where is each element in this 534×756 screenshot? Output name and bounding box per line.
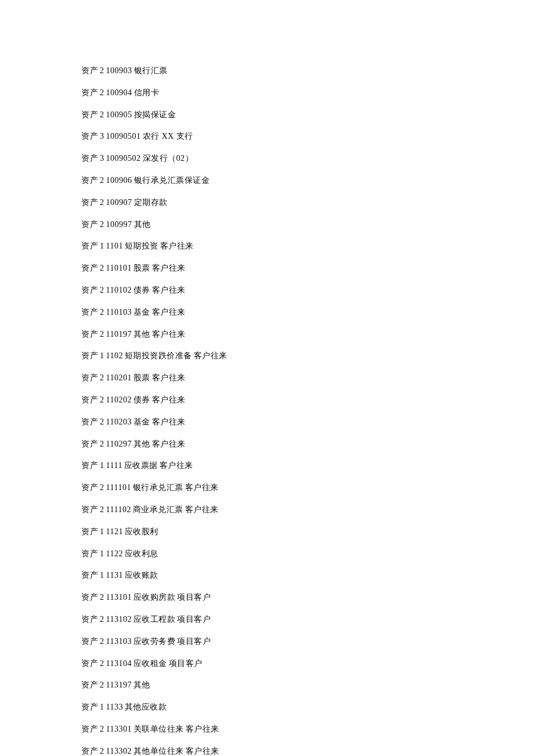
- account-extra: 客户往来: [186, 747, 219, 755]
- level: 2: [100, 725, 104, 733]
- account-name: 银行承兑汇票: [133, 483, 183, 492]
- account-line: 资产2110101股票客户往来: [81, 264, 453, 272]
- account-line: 资产2100907定期存款: [81, 199, 453, 207]
- account-line: 资产2113301关联单位往来客户往来: [81, 725, 453, 733]
- category: 资产: [81, 351, 98, 360]
- category: 资产: [81, 154, 98, 163]
- level: 2: [100, 308, 104, 316]
- account-name: 深发行（02）: [143, 154, 194, 163]
- account-line: 资产11102短期投资跌价准备客户往来: [81, 352, 453, 360]
- account-name: 其他: [134, 440, 150, 448]
- account-code: 113103: [106, 637, 132, 646]
- category: 资产: [81, 659, 98, 668]
- level: 1: [100, 703, 104, 711]
- level: 2: [100, 66, 104, 75]
- account-code: 111102: [106, 505, 131, 514]
- account-name: 其他单位往来: [134, 747, 184, 755]
- account-name: 短期投资: [125, 242, 158, 250]
- account-name: 其他: [134, 220, 151, 229]
- account-extra: 客户往来: [152, 308, 186, 316]
- account-extra: 客户往来: [152, 264, 186, 272]
- category: 资产: [81, 242, 98, 250]
- level: 1: [100, 571, 104, 579]
- account-code: 110197: [106, 330, 132, 339]
- level: 2: [100, 88, 104, 97]
- level: 2: [100, 198, 104, 207]
- account-name: 应收劳务费: [134, 637, 176, 646]
- account-name: 应收工程款: [134, 615, 176, 624]
- account-name: 其他: [134, 681, 150, 689]
- account-line: 资产2100904信用卡: [81, 89, 453, 97]
- account-name: 基金: [134, 308, 150, 316]
- level: 2: [100, 330, 104, 339]
- account-name: 债券: [134, 395, 150, 404]
- level: 2: [100, 286, 104, 294]
- account-code: 111101: [106, 483, 131, 492]
- account-code: 100903: [106, 66, 132, 75]
- account-extra: 项目客户: [169, 659, 203, 668]
- account-extra: 客户往来: [152, 440, 186, 448]
- account-code: 110202: [106, 395, 132, 404]
- category: 资产: [81, 286, 98, 294]
- level: 2: [100, 659, 104, 668]
- account-line: 资产2113104应收租金项目客户: [81, 660, 453, 668]
- level: 2: [100, 220, 104, 229]
- account-code: 1122: [106, 549, 123, 558]
- account-extra: 客户往来: [194, 351, 228, 360]
- account-code: 1101: [106, 242, 123, 250]
- account-line: 资产11133其他应收款: [81, 703, 453, 711]
- level: 1: [100, 461, 104, 470]
- level: 2: [100, 110, 104, 119]
- account-extra: 客户往来: [160, 461, 193, 470]
- account-code: 1111: [106, 461, 122, 470]
- level: 1: [100, 351, 104, 360]
- account-line: 资产11121应收股利: [81, 528, 453, 536]
- account-name: 商业承兑汇票: [133, 505, 183, 514]
- account-code: 1131: [106, 571, 123, 579]
- category: 资产: [81, 308, 98, 316]
- account-line: 资产310090501农行 XX 支行: [81, 132, 453, 141]
- account-name: 应收购房款: [134, 593, 176, 602]
- level: 2: [100, 505, 104, 514]
- account-code: 1102: [106, 351, 123, 360]
- account-code: 113197: [106, 681, 132, 689]
- account-extra: 客户往来: [152, 417, 186, 426]
- category: 资产: [81, 637, 98, 646]
- account-code: 100997: [106, 220, 132, 229]
- account-code: 100907: [106, 198, 132, 207]
- category: 资产: [81, 725, 98, 733]
- account-name: 信用卡: [134, 88, 160, 97]
- account-name: 基金: [134, 417, 150, 426]
- level: 2: [100, 440, 104, 448]
- account-line: 资产2113302其他单位往来客户往来: [81, 747, 453, 755]
- account-list: 资产2100903银行汇票资产2100904信用卡资产2100905按揭保证金资…: [81, 67, 453, 755]
- account-extra: 客户往来: [152, 286, 186, 294]
- account-extra: 项目客户: [177, 637, 211, 646]
- account-code: 1121: [106, 527, 123, 536]
- level: 3: [100, 132, 104, 141]
- category: 资产: [81, 681, 98, 689]
- account-code: 113101: [106, 593, 132, 602]
- category: 资产: [81, 747, 98, 755]
- category: 资产: [81, 198, 98, 207]
- level: 2: [100, 176, 104, 185]
- category: 资产: [81, 527, 98, 536]
- account-name: 应收股利: [125, 527, 158, 536]
- category: 资产: [81, 483, 98, 492]
- category: 资产: [81, 505, 98, 514]
- account-name: 银行汇票: [134, 66, 168, 75]
- account-code: 10090501: [106, 132, 141, 141]
- account-name: 股票: [134, 373, 150, 382]
- account-line: 资产2100906银行承兑汇票保证金: [81, 177, 453, 185]
- account-code: 113102: [106, 615, 132, 624]
- category: 资产: [81, 330, 98, 339]
- account-name: 其他应收款: [125, 703, 167, 711]
- account-extra: 项目客户: [177, 593, 211, 602]
- account-extra: 客户往来: [152, 395, 186, 404]
- account-line: 资产2100903银行汇票: [81, 67, 453, 75]
- account-line: 资产2110201股票客户往来: [81, 374, 453, 382]
- account-line: 资产2100905按揭保证金: [81, 111, 453, 119]
- account-name: 银行承兑汇票保证金: [134, 176, 210, 185]
- level: 2: [100, 747, 104, 755]
- category: 资产: [81, 110, 98, 119]
